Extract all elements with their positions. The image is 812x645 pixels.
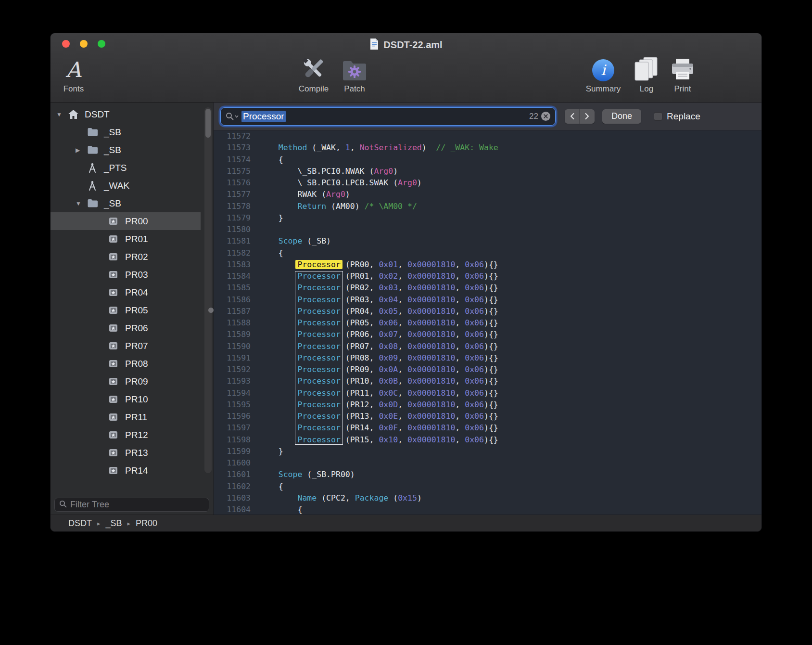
line-number: 11584 xyxy=(214,271,255,282)
tree-item-pr08[interactable]: PR08 xyxy=(51,355,201,373)
definition-icon xyxy=(108,216,121,226)
find-match: Processor xyxy=(297,342,340,351)
splitter-handle[interactable] xyxy=(208,308,214,313)
folder-icon xyxy=(87,128,100,137)
tree-item-label: PR07 xyxy=(125,341,148,351)
tree-item-label: PR14 xyxy=(125,465,148,476)
code-token: 0x00001810 xyxy=(407,365,455,374)
code-token: 0x0C xyxy=(379,388,398,398)
tree-item-pr07[interactable]: PR07 xyxy=(51,337,201,355)
code-token: (PR05, xyxy=(341,318,379,327)
code-token xyxy=(259,307,297,316)
tree-item-label: PR04 xyxy=(125,287,148,298)
definition-icon xyxy=(108,305,121,315)
tree-item-pr04[interactable]: PR04 xyxy=(51,284,201,301)
code-token: (_WAK, xyxy=(307,143,345,152)
find-match: Processor xyxy=(297,435,340,444)
code-token: ( xyxy=(388,493,398,503)
replace-checkbox[interactable] xyxy=(654,112,662,121)
definition-icon xyxy=(108,430,121,440)
patch-button[interactable]: Patch xyxy=(326,53,383,94)
code-token: 0x08 xyxy=(379,342,398,351)
code-line: 11597 Processor (PR14, 0x0F, 0x00001810,… xyxy=(214,422,761,434)
search-menu-icon[interactable] xyxy=(226,112,239,120)
code-token: 0x06 xyxy=(465,423,484,432)
code-token: (PR15, xyxy=(341,435,379,444)
definition-icon xyxy=(108,341,121,351)
tree-item-dsdt[interactable]: ▼DSDT xyxy=(51,105,201,123)
done-button[interactable]: Done xyxy=(602,109,641,124)
tree-item-pr09[interactable]: PR09 xyxy=(51,373,201,390)
filter-field xyxy=(54,498,209,512)
tree-item-_wak[interactable]: _WAK xyxy=(51,177,201,194)
code-token: 0x06 xyxy=(465,271,484,281)
code-token: ){} xyxy=(484,365,498,374)
code-token: 0x06 xyxy=(465,318,484,327)
code-text: { xyxy=(259,482,283,491)
code-token: , xyxy=(455,271,465,281)
breadcrumb-item[interactable]: PR00 xyxy=(136,518,157,529)
code-text: Name (CPC2, Package (0x15) xyxy=(259,493,422,503)
tree-item-pr13[interactable]: PR13 xyxy=(51,444,201,462)
code-token: ){} xyxy=(484,307,498,316)
tree-item-pr01[interactable]: PR01 xyxy=(51,230,201,248)
fonts-button[interactable]: A Fonts xyxy=(50,53,102,94)
find-prev-next-control xyxy=(565,109,595,124)
disclosure-down-icon[interactable]: ▼ xyxy=(76,200,87,207)
tree-item-pr00[interactable]: PR00 xyxy=(51,212,201,230)
code-token: 0x06 xyxy=(465,283,484,292)
disclosure-right-icon[interactable]: ▶ xyxy=(76,147,87,154)
code-token: Return xyxy=(297,202,326,211)
code-token: , xyxy=(455,342,465,351)
tree-item-pr03[interactable]: PR03 xyxy=(51,266,201,284)
filter-tree-input[interactable] xyxy=(70,500,204,510)
compile-tools-icon xyxy=(300,53,327,82)
search-icon xyxy=(59,500,67,510)
code-token: , xyxy=(398,330,407,339)
breadcrumb-item[interactable]: _SB xyxy=(106,518,122,529)
tree-item-label: PR00 xyxy=(125,216,148,227)
disclosure-down-icon[interactable]: ▼ xyxy=(56,111,68,118)
line-number: 11577 xyxy=(214,189,255,200)
code-token: ){} xyxy=(484,330,498,339)
tree-item-pr06[interactable]: PR06 xyxy=(51,319,201,337)
tree-item-_sb[interactable]: _SB xyxy=(51,123,201,141)
definition-icon xyxy=(108,323,121,333)
code-token: (PR12, xyxy=(341,400,379,409)
code-token: ){} xyxy=(484,271,498,281)
definition-icon xyxy=(108,287,121,297)
print-button[interactable]: Print xyxy=(654,53,711,94)
code-token: 0x00001810 xyxy=(407,318,455,327)
code-text: Processor (PR02, 0x03, 0x00001810, 0x06)… xyxy=(259,283,498,292)
code-token: , xyxy=(398,353,407,362)
code-token: 0x06 xyxy=(465,295,484,304)
log-label: Log xyxy=(640,84,653,94)
code-token xyxy=(259,493,297,503)
tree-item-pr12[interactable]: PR12 xyxy=(51,426,201,444)
tree-item-_sb[interactable]: ▶_SB xyxy=(51,141,201,159)
tree-item-pr10[interactable]: PR10 xyxy=(51,390,201,408)
find-input[interactable]: Processor 22 xyxy=(220,107,556,126)
tree-item-label: _WAK xyxy=(104,181,129,191)
clear-search-button[interactable] xyxy=(541,112,550,121)
find-previous-button[interactable] xyxy=(565,109,580,124)
code-token: } xyxy=(259,213,283,222)
line-number: 11598 xyxy=(214,434,255,446)
code-editor[interactable]: 1157211573 Method (_WAK, 1, NotSerialize… xyxy=(214,130,761,515)
breadcrumb-item[interactable]: DSDT xyxy=(68,518,92,529)
tree-item-pr14[interactable]: PR14 xyxy=(51,462,201,477)
sidebar-scrollbar-thumb[interactable] xyxy=(205,109,211,138)
code-text: Processor (PR06, 0x07, 0x00001810, 0x06)… xyxy=(259,330,498,339)
tree-item-_pts[interactable]: _PTS xyxy=(51,159,201,177)
find-next-button[interactable] xyxy=(580,109,595,124)
code-token: 0x06 xyxy=(465,376,484,386)
tree-item-pr05[interactable]: PR05 xyxy=(51,301,201,319)
tree-item-pr02[interactable]: PR02 xyxy=(51,248,201,266)
code-line: 11588 Processor (PR05, 0x06, 0x00001810,… xyxy=(214,317,761,329)
method-icon xyxy=(87,181,100,191)
code-token: { xyxy=(259,505,302,514)
method-icon xyxy=(87,163,100,173)
tree-item-pr11[interactable]: PR11 xyxy=(51,408,201,426)
sidebar-scrollbar[interactable] xyxy=(204,107,212,473)
tree-item-_sb[interactable]: ▼_SB xyxy=(51,194,201,212)
